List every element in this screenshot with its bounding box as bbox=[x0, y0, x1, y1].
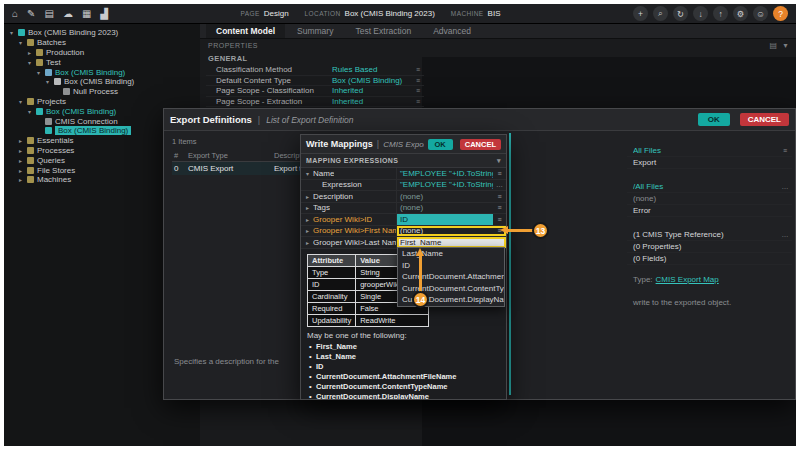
chevron-down-icon[interactable]: ▾ bbox=[783, 41, 788, 50]
row-menu-icon[interactable]: ≡ bbox=[412, 98, 424, 105]
type-link[interactable]: CMIS Export Map bbox=[656, 275, 719, 284]
expander-icon[interactable] bbox=[35, 118, 42, 124]
row-menu-icon[interactable]: … bbox=[493, 180, 506, 191]
expander-icon[interactable]: ▾ bbox=[26, 108, 33, 115]
row-menu-icon[interactable]: ≡ bbox=[412, 77, 424, 84]
row-menu-icon[interactable] bbox=[493, 237, 506, 248]
user-icon[interactable]: ☺ bbox=[753, 6, 768, 21]
row-menu-icon[interactable]: ≡ bbox=[778, 147, 792, 154]
ok-button[interactable]: OK bbox=[428, 139, 453, 150]
mapping-row-description[interactable]: ▸ Description (none) ≡ bbox=[301, 191, 506, 203]
dropdown-item[interactable]: ID bbox=[398, 260, 504, 272]
search-icon[interactable]: ⌕ bbox=[653, 6, 668, 21]
expander-icon[interactable]: ▸ bbox=[17, 176, 24, 183]
export-property-row[interactable]: Export bbox=[627, 157, 792, 169]
expander-icon[interactable]: ▾ bbox=[8, 29, 15, 36]
chevron-down-icon[interactable]: ▾ bbox=[497, 157, 501, 165]
row-menu-icon[interactable]: ≡ bbox=[493, 214, 506, 225]
expander-icon[interactable]: ▾ bbox=[304, 170, 311, 177]
tree-item-production[interactable]: ▸ Production bbox=[4, 48, 200, 58]
stats-icon[interactable]: ▟ bbox=[100, 9, 108, 19]
panel-splitter[interactable] bbox=[509, 133, 511, 395]
mapping-expressions-section[interactable]: MAPPING EXPRESSIONS ▾ bbox=[301, 154, 506, 168]
tree-item-null-process[interactable]: Null Process bbox=[4, 87, 200, 97]
expander-icon[interactable]: ▸ bbox=[304, 227, 311, 234]
row-menu-icon[interactable]: ≡ bbox=[412, 66, 424, 73]
expander-icon[interactable]: ▸ bbox=[304, 204, 311, 211]
breadcrumb-item[interactable]: PAGE Design bbox=[241, 9, 289, 18]
tree-item-batches[interactable]: ▾ Batches bbox=[4, 38, 200, 48]
expander-icon[interactable]: ▸ bbox=[17, 137, 24, 144]
export-property-row[interactable] bbox=[627, 217, 792, 229]
tab-content-model[interactable]: Content Model bbox=[206, 24, 285, 38]
breadcrumb-item[interactable]: MACHINE BIS bbox=[451, 9, 501, 18]
row-menu-icon[interactable]: ≡ bbox=[412, 87, 424, 94]
expander-icon[interactable]: ▾ bbox=[26, 59, 33, 66]
expander-icon[interactable]: ▸ bbox=[304, 239, 311, 246]
tree-item-projects[interactable]: ▾ Projects bbox=[4, 97, 200, 107]
expander-icon[interactable] bbox=[53, 89, 60, 95]
dropdown-item[interactable]: CurrentDocument.AttachmentFileName bbox=[398, 271, 504, 283]
export-property-row[interactable]: (0 Fields) bbox=[627, 253, 792, 265]
expander-icon[interactable]: ▾ bbox=[17, 39, 24, 46]
export-property-row[interactable]: (0 Properties) bbox=[627, 241, 792, 253]
row-menu-icon[interactable]: ≡ bbox=[493, 168, 506, 179]
export-property-row[interactable]: (none) bbox=[627, 193, 792, 205]
mapping-value-cell[interactable]: ID ≡ bbox=[397, 214, 506, 225]
design-icon[interactable]: ✎ bbox=[27, 9, 35, 19]
ok-button[interactable]: OK bbox=[698, 113, 730, 126]
refresh-icon[interactable]: ↻ bbox=[673, 6, 688, 21]
mapping-row-grooper-wiki-id[interactable]: ▸ Grooper Wiki>ID ID ≡ bbox=[301, 214, 506, 226]
expander-icon[interactable]: ▸ bbox=[17, 167, 24, 174]
dropdown-item[interactable]: Last_Name bbox=[398, 248, 504, 260]
expander-icon[interactable]: ▸ bbox=[26, 49, 33, 56]
tree-item-batch-box-cmis-binding[interactable]: ▾ Box (CMIS Binding) bbox=[4, 67, 200, 77]
mapping-value-cell[interactable]: (none) ≡ bbox=[397, 226, 506, 237]
tree-item-root[interactable]: ▾ Box (CMIS Binding 2023) bbox=[4, 28, 200, 38]
row-menu-icon[interactable]: ≡ bbox=[493, 191, 506, 202]
column-header[interactable]: # bbox=[172, 151, 188, 160]
property-row[interactable]: Default Content Type Box (CMIS Binding) … bbox=[206, 76, 424, 87]
property-row[interactable]: Page Scope - Classification Inherited ≡ bbox=[206, 86, 424, 97]
expander-icon[interactable]: ▸ bbox=[17, 157, 24, 164]
export-property-row[interactable] bbox=[627, 169, 792, 181]
mapping-row-name[interactable]: ▾ Name "EMPLOYEE "+ID.ToString ≡ bbox=[301, 168, 506, 180]
mapping-value-cell[interactable]: First_Name bbox=[397, 237, 506, 248]
mapping-value-cell[interactable]: "EMPLOYEE "+ID.ToString ≡ bbox=[397, 168, 506, 179]
tab-advanced[interactable]: Advanced bbox=[423, 24, 481, 38]
mapping-row-grooper-wiki-first-name[interactable]: ▸ Grooper Wiki>First Name (none) ≡ bbox=[301, 226, 506, 238]
save-icon[interactable]: ▤ bbox=[44, 9, 53, 19]
section-header-general[interactable]: GENERAL bbox=[206, 52, 424, 65]
cancel-button[interactable]: CANCEL bbox=[740, 113, 789, 126]
column-header[interactable]: Export Type bbox=[188, 151, 274, 160]
expander-icon[interactable] bbox=[35, 128, 42, 134]
tab-summary[interactable]: Summary bbox=[287, 24, 343, 38]
upload-icon[interactable]: ↑ bbox=[713, 6, 728, 21]
expander-icon[interactable]: ▾ bbox=[44, 78, 51, 85]
tree-item-test[interactable]: ▾ Test bbox=[4, 57, 200, 67]
expander-icon[interactable] bbox=[304, 182, 311, 188]
storage-icon[interactable]: ▦ bbox=[82, 9, 91, 19]
export-property-row[interactable]: Error bbox=[627, 205, 792, 217]
row-menu-icon[interactable]: … bbox=[778, 231, 792, 238]
settings-icon[interactable]: ⚙ bbox=[733, 6, 748, 21]
export-property-row[interactable]: (1 CMIS Type Reference) … bbox=[627, 229, 792, 241]
mapping-row-tags[interactable]: ▸ Tags (none) ≡ bbox=[301, 203, 506, 215]
row-menu-icon[interactable]: ≡ bbox=[493, 203, 506, 214]
cancel-button[interactable]: CANCEL bbox=[460, 139, 501, 150]
mapping-value-cell[interactable]: "EMPLOYEE "+ID.ToString … bbox=[397, 180, 506, 191]
mapping-value-cell[interactable]: (none) ≡ bbox=[397, 203, 506, 214]
export-property-row[interactable]: /All Files … bbox=[627, 181, 792, 193]
breadcrumb-item[interactable]: LOCATION Box (CMIS Binding 2023) bbox=[305, 9, 435, 18]
expander-icon[interactable]: ▾ bbox=[35, 69, 42, 76]
expander-icon[interactable]: ▾ bbox=[17, 98, 24, 105]
export-property-row[interactable]: All Files ≡ bbox=[627, 145, 792, 157]
expander-icon[interactable]: ▸ bbox=[304, 216, 311, 223]
property-row[interactable]: Classification Method Rules Based ≡ bbox=[206, 65, 424, 76]
add-icon[interactable]: + bbox=[633, 6, 648, 21]
download-icon[interactable]: ↓ bbox=[693, 6, 708, 21]
help-icon[interactable]: ? bbox=[773, 6, 788, 21]
mapping-row-expression[interactable]: Expression "EMPLOYEE "+ID.ToString … bbox=[301, 180, 506, 192]
expander-icon[interactable]: ▸ bbox=[17, 147, 24, 154]
grid-icon[interactable]: ▤ bbox=[769, 41, 777, 50]
